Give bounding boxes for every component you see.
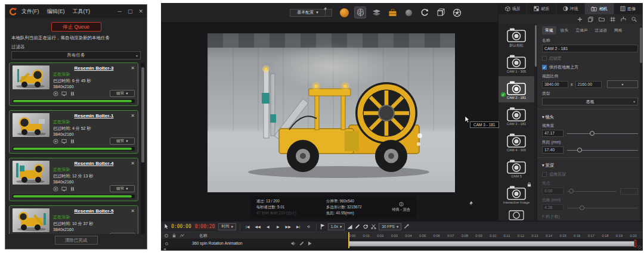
wand-icon[interactable] [404, 224, 409, 229]
camera-item-interactive[interactable]: Interactive Image [499, 181, 534, 207]
step-forward-button[interactable]: ▶▶ [284, 223, 292, 230]
realtime-viewport[interactable]: 通过: 13 / 200 每秒通过数: 5.01 47 秒钟 剩时 210 (估… [161, 22, 498, 221]
skip-start-button[interactable]: |◀ [244, 223, 252, 230]
filter-dropdown[interactable]: 所有任务 ▾ [11, 51, 141, 60]
render-job-card[interactable]: Resemin Bolter-1 ✕ 正在渲染 已过时间: 4 分 52 秒 3… [9, 110, 138, 154]
cube-icon[interactable] [435, 7, 447, 18]
maximize-button[interactable]: ▢ [128, 8, 133, 14]
job-close-icon[interactable]: ✕ [131, 161, 135, 166]
work-area-end-marker[interactable] [634, 240, 636, 247]
branch-icon[interactable] [621, 17, 626, 22]
curve-column-icon[interactable] [180, 233, 184, 238]
pencil-icon[interactable] [355, 224, 360, 229]
track-name[interactable]: 360 spin Rotation Animation [192, 241, 243, 245]
toolbox-icon[interactable] [386, 7, 398, 18]
grid-icon[interactable] [610, 17, 615, 22]
job-details-button[interactable]: 细节▾ [110, 90, 135, 97]
scissors-icon[interactable] [371, 224, 376, 229]
render-job-card[interactable]: Resemin Bolter-3 ✕ 正在渲染 已过时间: 6 分 45 秒 3… [9, 63, 138, 106]
camera-item-cam1[interactable]: CAM 1 - 305 [499, 50, 534, 76]
tab-scene[interactable]: 场景 [499, 3, 527, 14]
job-name-link[interactable]: Resemin Bolter-3 [53, 65, 135, 71]
job-name-link[interactable]: Resemin Bolter-1 [53, 113, 135, 118]
camera-name-input[interactable] [542, 45, 638, 52]
enable-dof-checkbox[interactable] [542, 172, 547, 177]
window-resize-grip[interactable] [637, 245, 642, 249]
minimize-button[interactable]: ─ [118, 8, 122, 14]
menu-tools[interactable]: 工具(T) [73, 8, 91, 15]
search-icon[interactable] [631, 17, 637, 22]
material-sphere-icon[interactable] [338, 7, 350, 18]
animation-clip-bar[interactable] [349, 241, 634, 246]
lock-column-icon[interactable] [172, 233, 176, 238]
render-job-card[interactable]: Resemin Bolter-4 ✕ 正在渲染 已过时间: 12 分 13 秒 … [9, 158, 138, 201]
tab-environment[interactable]: 环境 [556, 3, 585, 14]
subtab-general[interactable]: 常规 [542, 26, 556, 35]
folder-icon[interactable] [599, 17, 605, 21]
add-camera-icon[interactable] [577, 17, 583, 22]
angle-slider[interactable] [567, 130, 638, 137]
subtab-filter[interactable]: 过滤器 [592, 26, 610, 35]
camera-item-default[interactable]: 默认相机 [499, 24, 534, 50]
record-dot-icon[interactable] [165, 234, 168, 238]
render-job-card[interactable]: Resemin Bolter-5 ✕ 正在渲染 已过时间: 10 分 37 秒 … [9, 205, 138, 234]
stop-queue-button[interactable]: 停止 Queue [51, 22, 101, 32]
queue-scrollbar[interactable] [141, 63, 145, 234]
hud-pin-icon[interactable] [468, 201, 474, 207]
track-play-icon[interactable] [308, 241, 312, 246]
subtab-lens[interactable]: 镜头 [558, 26, 572, 35]
menu-file[interactable]: 文件(F) [21, 8, 39, 15]
timeline-hscroll[interactable]: ◀ [161, 248, 643, 251]
track-edit-icon[interactable] [299, 241, 304, 246]
camera-type-dropdown[interactable]: 透视 ▾ [542, 98, 638, 105]
clear-completed-button[interactable]: 清除已完成 [55, 236, 98, 245]
preview-flag-icon[interactable] [320, 224, 326, 229]
keep-above-ground-checkbox[interactable]: ✓ [542, 65, 547, 70]
sphere-icon[interactable] [402, 7, 414, 18]
properties-scrollbar[interactable] [640, 26, 642, 238]
job-name-link[interactable]: Resemin Bolter-4 [53, 161, 135, 166]
timeline-ruler[interactable]: 0:000:010:020:030:040:050:060:070:080:09… [349, 232, 637, 239]
render-settings-icon[interactable] [53, 91, 58, 96]
layers-icon[interactable] [370, 7, 382, 18]
prev-keyframe-button[interactable]: ◀◀ [254, 223, 262, 230]
menu-edit[interactable]: 编辑(E) [47, 8, 65, 15]
pause-icon[interactable] [70, 186, 75, 192]
subtab-grid[interactable]: 网格 [611, 26, 626, 35]
time-format-dropdown[interactable]: 时间▾ [218, 223, 236, 230]
dof-section-header[interactable]: ▾ 景深 [542, 163, 638, 168]
loop-button[interactable]: ⟲ [305, 223, 312, 230]
playback-speed-dropdown[interactable]: 1.0x▾ [328, 223, 345, 230]
ratio-width-field[interactable]: 3840.00 [542, 81, 568, 88]
subtab-stereo[interactable]: 立体声 [572, 26, 590, 35]
job-close-icon[interactable]: ✕ [131, 208, 135, 214]
monitor-icon[interactable] [61, 234, 67, 235]
camera-item-cam3-hover[interactable]: CAM 3 - 181 [499, 102, 534, 129]
render-settings-icon[interactable] [53, 139, 58, 144]
config-dropdown[interactable]: 基本配置 ▾ [290, 9, 326, 17]
close-button[interactable]: ✕ [138, 8, 143, 14]
tab-material[interactable]: 材质 [527, 3, 556, 14]
ratio-preset-button[interactable]: ▾ [607, 80, 638, 88]
locked-checkbox[interactable] [542, 56, 547, 61]
job-details-button[interactable]: 细节▾ [110, 233, 135, 234]
skip-end-button[interactable]: ▶| [295, 223, 302, 230]
lens-section-header[interactable]: ▾ 镜头 [542, 114, 638, 120]
pause-icon[interactable] [70, 91, 75, 96]
play-button[interactable]: ▶ [274, 223, 282, 230]
pause-icon[interactable] [70, 139, 75, 144]
render-settings-icon[interactable] [53, 186, 58, 192]
tab-image[interactable]: 图像 [614, 3, 643, 14]
render-settings-icon[interactable] [53, 234, 58, 235]
camera-item-cam4[interactable]: CAM 4 - 305 [499, 129, 534, 155]
job-details-button[interactable]: 细节▾ [110, 185, 135, 192]
monitor-icon[interactable] [61, 186, 67, 192]
playhead[interactable] [348, 232, 349, 248]
denoise-brain-icon[interactable] [354, 7, 366, 18]
pause-icon[interactable] [70, 234, 75, 235]
focal-slider[interactable] [567, 146, 638, 154]
track-enable-dot[interactable] [165, 242, 168, 245]
ramp-icon[interactable] [347, 224, 352, 229]
aperture-icon[interactable] [451, 7, 463, 18]
loop-arrows-icon[interactable] [363, 224, 369, 229]
